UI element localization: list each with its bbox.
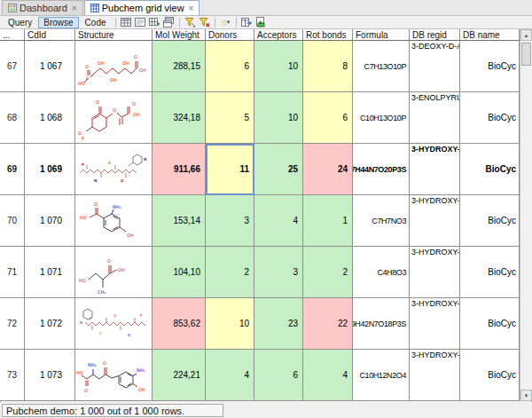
db-regid-cell[interactable]: 3-ENOLPYRUVYL-SHI [410, 92, 460, 144]
acceptors-cell[interactable]: 10 [254, 92, 303, 144]
db-regid-cell[interactable]: 3-HYDROXY-ISOBUT [410, 298, 460, 350]
structure-cell[interactable]: HOPOOHOHOHOOH [75, 41, 153, 92]
close-icon[interactable]: × [72, 4, 77, 13]
row-number[interactable]: 71 [0, 247, 25, 298]
mol-weight-cell[interactable]: 153,14 [153, 195, 206, 247]
vertical-scrollbar[interactable]: ▲ ▼ [520, 29, 532, 401]
structure-cell[interactable]: OOOOHOP [75, 92, 153, 144]
structure-cell[interactable]: HOOOHCH₃ [75, 247, 153, 298]
mol-weight-cell[interactable]: 324,18 [153, 92, 206, 144]
cdid-cell[interactable]: 1 072 [25, 298, 75, 350]
db-name-cell[interactable]: BioCyc [460, 247, 520, 298]
structure-cell[interactable]: PNSON [75, 144, 153, 195]
code-mode-button[interactable]: Code [80, 17, 112, 28]
db-regid-cell[interactable]: 3-DEOXY-D-ARABIN [410, 41, 460, 92]
row-number[interactable]: 69 [0, 144, 25, 195]
formula-cell[interactable]: C7H13O10P [353, 41, 410, 92]
cdid-cell[interactable]: 1 068 [25, 92, 75, 144]
tab-pubchem-grid-view[interactable]: Pubchem grid view × [84, 0, 200, 15]
acceptors-cell[interactable]: 25 [254, 144, 303, 195]
db-name-cell[interactable]: BioCyc [460, 41, 520, 92]
mol-weight-cell[interactable]: 853,62 [153, 298, 206, 350]
cdid-cell[interactable]: 1 070 [25, 195, 75, 247]
formula-cell[interactable]: C27H44N7O20P3S [353, 144, 410, 195]
acceptors-cell[interactable]: 3 [254, 247, 303, 298]
donors-cell-selected[interactable]: 11 [206, 144, 254, 195]
mol-weight-cell[interactable]: 288,15 [153, 41, 206, 92]
acceptors-cell[interactable]: 23 [254, 298, 303, 350]
row-number[interactable]: 67 [0, 41, 25, 92]
column-header-donors[interactable]: Donors [206, 29, 254, 41]
db-name-cell[interactable]: BioCyc [460, 92, 520, 144]
row-number[interactable]: 73 [0, 350, 25, 401]
export-file-button[interactable] [254, 17, 268, 28]
new-grid-view-button[interactable] [148, 17, 161, 28]
column-header-db-regid[interactable]: DB regid [410, 29, 460, 41]
formula-cell[interactable]: C29H42N7O18P3S [353, 298, 410, 350]
db-name-cell[interactable]: BioCyc [460, 350, 520, 401]
formula-cell[interactable]: C4H8O3 [353, 247, 410, 298]
structure-cell[interactable]: NSONP [75, 298, 153, 350]
row-number[interactable]: 72 [0, 298, 25, 350]
db-regid-cell[interactable]: 3-HYDROXY-ISOBUT [410, 247, 460, 298]
rot-bonds-cell[interactable]: 1 [303, 195, 353, 247]
cdid-cell[interactable]: 1 073 [25, 350, 75, 401]
column-header-structure[interactable]: Structure [75, 29, 153, 41]
acceptors-cell[interactable]: 10 [254, 41, 303, 92]
scroll-down-button[interactable]: ▼ [520, 390, 532, 401]
close-icon[interactable]: × [189, 4, 194, 13]
cdid-cell[interactable]: 1 069 [25, 144, 75, 195]
db-regid-cell[interactable]: 3-HYDROXY-ANTHRA [410, 195, 460, 247]
rot-bonds-cell[interactable]: 2 [303, 247, 353, 298]
row-number[interactable]: 68 [0, 92, 25, 144]
donors-cell[interactable]: 3 [206, 195, 254, 247]
column-header-db-name[interactable]: DB name [460, 29, 520, 41]
donors-cell[interactable]: 10 [206, 298, 254, 350]
db-regid-cell[interactable]: 3-HYDROXY-L-KYNU [410, 350, 460, 401]
structure-cell[interactable]: HOOONH₂NH₂OH [75, 350, 153, 401]
column-header-rot-bonds[interactable]: Rot bonds [303, 29, 353, 41]
query-mode-button[interactable]: Query [3, 17, 37, 28]
rot-bonds-cell[interactable]: 6 [303, 92, 353, 144]
db-regid-cell[interactable]: 3-HYDROXY-3-METH [410, 144, 460, 195]
acceptors-cell[interactable]: 4 [254, 195, 303, 247]
column-header-mol-weight[interactable]: Mol Weight [153, 29, 206, 41]
column-header-acceptors[interactable]: Acceptors [254, 29, 303, 41]
favorites-button[interactable]: ☆▾ [219, 17, 232, 28]
mol-weight-cell[interactable]: 911,66 [153, 144, 206, 195]
rot-bonds-cell[interactable]: 8 [303, 41, 353, 92]
export-table-button[interactable] [240, 17, 254, 28]
donors-cell[interactable]: 6 [206, 41, 254, 92]
cdid-cell[interactable]: 1 071 [25, 247, 75, 298]
cdid-cell[interactable]: 1 067 [25, 41, 75, 92]
formula-cell[interactable]: C10H13O10P [353, 92, 410, 144]
db-name-cell[interactable]: BioCyc [460, 144, 520, 195]
rot-bonds-cell[interactable]: 22 [303, 298, 353, 350]
form-view-button[interactable] [134, 17, 147, 28]
formula-cell[interactable]: C10H12N2O4 [353, 350, 410, 401]
table-view-button[interactable] [120, 17, 133, 28]
donors-cell[interactable]: 5 [206, 92, 254, 144]
clear-filter-button[interactable] [198, 17, 211, 28]
scrollbar-thumb[interactable] [521, 43, 531, 66]
tab-dashboard[interactable]: Dashboard × [2, 0, 83, 15]
db-name-cell[interactable]: BioCyc [460, 298, 520, 350]
browse-mode-button[interactable]: Browse [38, 17, 78, 28]
donors-cell[interactable]: 2 [206, 247, 254, 298]
edit-filter-button[interactable] [184, 17, 197, 28]
column-header-cdid[interactable]: CdId [25, 29, 75, 41]
scroll-up-button[interactable]: ▲ [520, 29, 532, 41]
rot-bonds-cell[interactable]: 4 [303, 350, 353, 401]
formula-cell[interactable]: C7H7NO3 [353, 195, 410, 247]
column-header-formula[interactable]: Formula [353, 29, 410, 41]
mol-weight-cell[interactable]: 104,10 [153, 247, 206, 298]
mol-weight-cell[interactable]: 224,21 [153, 350, 206, 401]
row-number[interactable]: 70 [0, 195, 25, 247]
window-layout-button[interactable] [162, 17, 176, 28]
column-header-rownum[interactable]: ... [0, 29, 25, 41]
donors-cell[interactable]: 4 [206, 350, 254, 401]
structure-cell[interactable]: OHONH₂OH [75, 195, 153, 247]
acceptors-cell[interactable]: 6 [254, 350, 303, 401]
db-name-cell[interactable]: BioCyc [460, 195, 520, 247]
rot-bonds-cell[interactable]: 24 [303, 144, 353, 195]
